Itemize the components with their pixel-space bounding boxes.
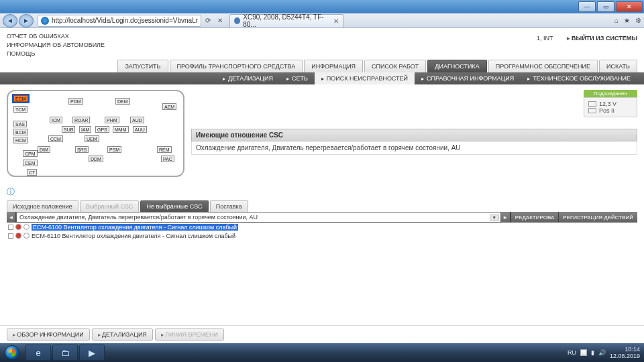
close-button[interactable]: ✕ [616, 1, 643, 12]
tools-icon[interactable]: ⚙ [635, 17, 641, 24]
module-tcm[interactable]: TCM [13, 106, 28, 113]
tab-home-position[interactable]: Исходное положение [7, 200, 78, 212]
tab-unselected-csc[interactable]: Не выбранные CSC [140, 200, 208, 212]
module-phm[interactable]: PHM [105, 117, 119, 123]
module-cpm[interactable]: CPM [23, 150, 38, 157]
user-label: 1, INT [537, 32, 567, 42]
footer-tab-bar: ОБЗОР ИНФОРМАЦИИ ДЕТАЛИЗАЦИЯ ЛИНИЯ ВРЕМЕ… [0, 325, 644, 343]
taskbar-ie-icon[interactable]: e [25, 345, 51, 361]
expand-icon[interactable] [8, 233, 13, 239]
module-bcm[interactable]: BCM [13, 129, 28, 135]
module-cem[interactable]: CEM [23, 160, 38, 166]
module-pac[interactable]: PAC [161, 156, 174, 162]
module-uem[interactable]: UEM [85, 135, 99, 142]
lower-tab-bar: Исходное положение Выбранный CSC Не выбр… [0, 200, 644, 212]
taskbar-explorer-icon[interactable]: 🗀 [52, 345, 78, 361]
link-help[interactable]: ПОМОЩЬ [7, 50, 105, 58]
tray-clock[interactable]: 10:14 12.08.2019 [610, 346, 640, 359]
module-ddm[interactable]: DDM [89, 156, 103, 162]
status-dot-white-icon [23, 233, 30, 239]
home-icon[interactable]: ⌂ [614, 17, 619, 24]
refresh-icon[interactable]: ⟳ [203, 15, 213, 26]
prev-arrow-button[interactable]: ◄ [7, 212, 16, 223]
subnav-fault-trace[interactable]: ПОИСК НЕИСПРАВНОСТЕЙ [315, 72, 415, 84]
tab-close-icon[interactable]: ✕ [333, 17, 339, 25]
tab-vehicle-profile[interactable]: ПРОФИЛЬ ТРАНСПОРТНОГО СРЕДСТВА [170, 60, 303, 72]
module-roar[interactable]: ROAR [72, 117, 90, 123]
tray-language[interactable]: RU [568, 349, 576, 356]
stop-icon[interactable]: ✕ [215, 15, 225, 26]
module-srs[interactable]: SRS [75, 146, 89, 153]
csc-panel: Имеющие отношение CSC Охлаждение двигате… [191, 129, 637, 155]
module-dem[interactable]: DEM [115, 98, 130, 105]
tab-information[interactable]: ИНФОРМАЦИЯ [304, 60, 363, 72]
app-header: ОТЧЕТ ОБ ОШИБКАХ ИНФОРМАЦИЯ ОБ АВТОМОБИЛ… [0, 28, 644, 58]
tab-selected-csc[interactable]: Выбранный CSC [80, 200, 140, 212]
footer-tab-timeline: ЛИНИЯ ВРЕМЕНИ [155, 328, 224, 341]
dtc-row[interactable]: ECM-6100 Вентилятор охлаждения двигателя… [7, 223, 637, 231]
start-button[interactable] [0, 343, 24, 362]
subnav-detail[interactable]: ДЕТАЛИЗАЦИЯ [216, 75, 280, 82]
minimize-button[interactable]: — [578, 1, 596, 12]
favorites-icon[interactable]: ★ [624, 17, 630, 24]
module-pdm[interactable]: PDM [68, 98, 83, 105]
module-ecm[interactable]: ECM [13, 95, 28, 102]
footer-tab-overview[interactable]: ОБЗОР ИНФОРМАЦИИ [7, 328, 90, 341]
tab-title: XC90, 2008, D5244T4, TF-80... [243, 13, 329, 28]
module-aem[interactable]: AEM [162, 103, 176, 110]
tab-software[interactable]: ПРОГРАММНОЕ ОБЕСПЕЧЕНИЕ [488, 60, 598, 72]
tab-diagnostics[interactable]: ДИАГНОСТИКА [427, 60, 486, 72]
module-psm[interactable]: PSM [107, 146, 121, 153]
network-diagram[interactable]: ECM TCM PDM DEM AEM SAS BCM HCM ICM ROAR… [7, 90, 184, 177]
voltage-value: 12,3 V [599, 101, 616, 107]
address-bar[interactable]: http://localhost/Vida/Login.do;jsessioni… [38, 15, 201, 27]
module-rem[interactable]: REM [157, 146, 172, 153]
link-car-info[interactable]: ИНФОРМАЦИЯ ОБ АВТОМОБИЛЕ [7, 41, 105, 50]
csc-description: Охлаждение двигателя, Двигатель перегрев… [191, 141, 637, 155]
windows-orb-icon [5, 345, 19, 360]
info-icon[interactable]: ⓘ [7, 186, 644, 198]
module-icm[interactable]: ICM [50, 117, 62, 123]
edit-button[interactable]: РЕДАКТИРОВА [511, 212, 559, 223]
module-mmm[interactable]: MMM [113, 126, 129, 133]
logout-link[interactable]: ВЫЙТИ ИЗ СИСТЕМЫ [567, 32, 637, 42]
tab-supply[interactable]: Поставка [210, 200, 248, 212]
subnav-reference[interactable]: СПРАВОЧНАЯ ИНФОРМАЦИЯ [415, 75, 521, 82]
expand-icon[interactable] [8, 225, 13, 230]
right-panel: Подсоединен 12,3 V Pos II Имеющие отноше… [191, 90, 637, 177]
subnav-maintenance[interactable]: ТЕХНИЧЕСКОЕ ОБСЛУЖИВАНИЕ [521, 75, 637, 82]
tab-start[interactable]: ЗАПУСТИТЬ [117, 60, 168, 72]
next-arrow-button[interactable]: ► [501, 212, 511, 223]
module-iam[interactable]: IAM [79, 126, 91, 133]
footer-tab-detail[interactable]: ДЕТАЛИЗАЦИЯ [92, 328, 153, 341]
module-hcm[interactable]: HCM [13, 137, 28, 143]
module-aud[interactable]: AUD [130, 117, 144, 123]
module-dim[interactable]: DIM [38, 146, 50, 153]
key-icon [588, 108, 596, 113]
dtc-text: ECM-6110 Вентилятор охлаждения двигателя… [32, 233, 235, 239]
csc-select[interactable]: Охлаждение двигателя, Двигатель перегрев… [17, 213, 500, 222]
module-auu[interactable]: AUU [133, 126, 147, 133]
tab-search[interactable]: ИСКАТЬ [599, 60, 637, 72]
browser-tab[interactable]: XC90, 2008, D5244T4, TF-80... ✕ [229, 14, 343, 27]
clock-time: 10:14 [610, 346, 640, 353]
tray-sound-icon[interactable]: 🔊 [598, 349, 606, 356]
tray-network-icon[interactable]: ▮ [591, 349, 594, 356]
url-text: http://localhost/Vida/Login.do;jsessioni… [52, 17, 198, 24]
forward-button[interactable]: ► [19, 14, 34, 27]
module-ccm[interactable]: CCM [48, 135, 63, 142]
register-actions-button[interactable]: РЕГИСТРАЦИЯ ДЕЙСТВИЙ [558, 212, 637, 223]
module-ct[interactable]: CT [27, 169, 37, 176]
tab-job-list[interactable]: СПИСОК РАБОТ [364, 60, 426, 72]
tray-flag-icon[interactable] [580, 349, 587, 356]
module-sub[interactable]: SUB [62, 126, 75, 133]
dtc-row[interactable]: ECM-6110 Вентилятор охлаждения двигателя… [7, 231, 637, 240]
back-button[interactable]: ◄ [3, 14, 17, 27]
taskbar-media-icon[interactable]: ▶ [79, 345, 105, 361]
maximize-button[interactable]: ▭ [597, 1, 614, 12]
subnav-network[interactable]: СЕТЬ [280, 75, 315, 82]
link-error-report[interactable]: ОТЧЕТ ОБ ОШИБКАХ [7, 32, 105, 41]
module-gps[interactable]: GPS [95, 126, 109, 133]
header-links: ОТЧЕТ ОБ ОШИБКАХ ИНФОРМАЦИЯ ОБ АВТОМОБИЛ… [7, 32, 105, 58]
module-sas[interactable]: SAS [13, 121, 27, 127]
